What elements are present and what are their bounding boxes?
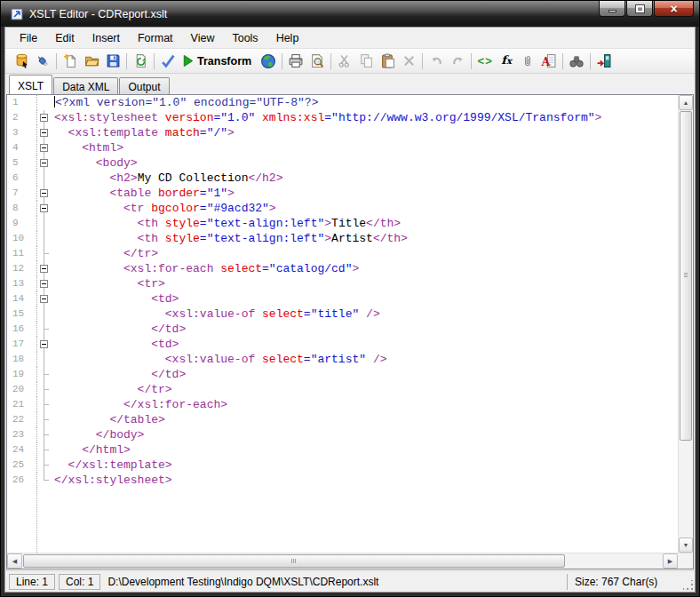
line-number: 12 bbox=[7, 261, 37, 276]
maximize-button[interactable] bbox=[626, 1, 653, 17]
close-button[interactable]: × bbox=[654, 1, 694, 17]
menu-item-view[interactable]: View bbox=[182, 29, 224, 47]
fold-collapse-box[interactable] bbox=[37, 186, 52, 201]
fold-margin bbox=[37, 231, 52, 246]
fold-collapse-box[interactable] bbox=[37, 155, 52, 171]
window-controls: × bbox=[598, 1, 694, 17]
code-line: 15 <xsl:value-of select="title" /> bbox=[7, 306, 678, 322]
horizontal-scroll-track[interactable] bbox=[566, 553, 663, 569]
fold-margin bbox=[37, 442, 52, 458]
tab-output[interactable]: Output bbox=[119, 77, 169, 94]
menu-item-insert[interactable]: Insert bbox=[84, 29, 129, 47]
status-file-path: D:\Development Testing\Indigo DQM\XSLT\C… bbox=[107, 576, 567, 588]
fold-collapse-box[interactable] bbox=[37, 276, 52, 291]
font-document-button[interactable]: A bbox=[538, 51, 560, 72]
scroll-right-button[interactable]: ▶ bbox=[663, 553, 678, 569]
fold-margin bbox=[37, 322, 52, 337]
fold-end-mark bbox=[44, 374, 49, 375]
code-text: </xsl:template> bbox=[52, 458, 678, 473]
menu-item-format[interactable]: Format bbox=[129, 29, 182, 47]
print-button[interactable] bbox=[285, 51, 306, 72]
find-binoculars-button[interactable] bbox=[566, 51, 587, 72]
resize-grip[interactable] bbox=[683, 580, 694, 591]
tab-data-xml[interactable]: Data XML bbox=[53, 77, 118, 94]
horizontal-scroll-thumb[interactable] bbox=[23, 554, 565, 568]
code-area[interactable]: 1<?xml version="1.0" encoding="UTF-8"?>2… bbox=[7, 95, 678, 553]
code-line: 19 </td> bbox=[7, 367, 678, 382]
scroll-left-button[interactable]: ◀ bbox=[7, 553, 22, 569]
fold-collapse-box[interactable] bbox=[37, 110, 52, 125]
code-line: 21 </xsl:for-each> bbox=[7, 397, 678, 412]
function-fx-button[interactable]: fx bbox=[496, 51, 517, 72]
scroll-down-button[interactable]: ▼ bbox=[679, 537, 693, 553]
app-icon bbox=[10, 7, 24, 21]
menu-item-edit[interactable]: Edit bbox=[46, 29, 84, 47]
exit-button[interactable] bbox=[593, 51, 615, 72]
plug-button[interactable] bbox=[32, 51, 53, 72]
fold-end-mark bbox=[44, 450, 49, 450]
fold-minus-icon bbox=[40, 114, 48, 122]
new-file-button[interactable] bbox=[60, 51, 81, 72]
code-text: <td> bbox=[52, 291, 678, 306]
minimize-button[interactable] bbox=[599, 1, 625, 17]
code-text: </xsl:stylesheet> bbox=[52, 473, 678, 488]
fold-collapse-box[interactable] bbox=[37, 125, 52, 140]
code-tags-button[interactable]: <> bbox=[474, 51, 496, 72]
new-file-icon bbox=[63, 53, 78, 68]
database-button[interactable] bbox=[11, 51, 32, 72]
transform-button[interactable]: Transform bbox=[179, 51, 258, 72]
save-icon bbox=[106, 53, 121, 68]
fold-collapse-box[interactable] bbox=[37, 337, 52, 352]
title-bar[interactable]: XSLT Editor - CDReport.xslt × bbox=[1, 1, 699, 27]
fold-margin bbox=[37, 412, 52, 427]
code-text: <th style="text-align:left">Artist</th> bbox=[52, 231, 678, 246]
status-size-indicator: Size: 767 Char(s) bbox=[567, 574, 682, 590]
line-number: 9 bbox=[7, 216, 37, 231]
save-button[interactable] bbox=[102, 51, 123, 72]
paste-button[interactable] bbox=[377, 51, 398, 72]
fold-collapse-box[interactable] bbox=[37, 140, 52, 155]
line-number: 22 bbox=[7, 412, 37, 427]
menu-item-help[interactable]: Help bbox=[267, 29, 308, 47]
globe-icon bbox=[260, 53, 276, 69]
code-text: <xsl:for-each select="catalog/cd"> bbox=[52, 261, 678, 276]
menu-item-tools[interactable]: Tools bbox=[223, 29, 266, 47]
vertical-scrollbar[interactable]: ▲ ▼ bbox=[678, 95, 693, 553]
paperclip-button[interactable] bbox=[517, 51, 538, 72]
open-folder-button[interactable] bbox=[81, 51, 102, 72]
code-text: </html> bbox=[52, 442, 678, 458]
code-line: 23 </body> bbox=[7, 427, 678, 442]
delete-icon bbox=[402, 54, 416, 68]
toolbar: Transform<>fxA bbox=[5, 49, 695, 74]
code-text: <th style="text-align:left">Title</th> bbox=[52, 216, 678, 231]
fold-margin bbox=[37, 95, 52, 110]
horizontal-scrollbar[interactable]: ◀ ▶ bbox=[7, 553, 693, 569]
minimize-icon bbox=[609, 10, 616, 12]
refresh-button[interactable] bbox=[130, 51, 151, 72]
menu-item-file[interactable]: File bbox=[11, 29, 46, 47]
code-line: 16 </td> bbox=[7, 322, 678, 337]
print-preview-button[interactable] bbox=[306, 51, 328, 72]
transform-label: Transform bbox=[197, 55, 251, 68]
fold-end-mark bbox=[44, 465, 49, 466]
code-line: 9 <th style="text-align:left">Title</th> bbox=[7, 216, 678, 231]
code-line: 3 <xsl:template match="/"> bbox=[7, 125, 678, 140]
fold-collapse-box[interactable] bbox=[37, 261, 52, 276]
xslt-editor[interactable]: 1<?xml version="1.0" encoding="UTF-8"?>2… bbox=[6, 94, 694, 569]
fold-margin bbox=[37, 488, 52, 553]
tab-xslt[interactable]: XSLT bbox=[9, 75, 52, 94]
code-text: </body> bbox=[52, 427, 678, 442]
fold-end-mark bbox=[44, 389, 49, 390]
fold-collapse-box[interactable] bbox=[37, 291, 52, 306]
code-line: 24 </html> bbox=[7, 442, 678, 458]
vertical-scroll-thumb[interactable] bbox=[680, 111, 692, 441]
vertical-scroll-track[interactable] bbox=[679, 442, 693, 537]
globe-button[interactable] bbox=[258, 51, 279, 72]
validate-check-button[interactable] bbox=[157, 51, 179, 72]
line-number: 3 bbox=[7, 125, 37, 140]
scroll-up-button[interactable]: ▲ bbox=[679, 95, 693, 110]
delete-button bbox=[398, 51, 419, 72]
fold-collapse-box[interactable] bbox=[37, 201, 52, 216]
code-filler bbox=[7, 488, 678, 553]
toolbar-separator bbox=[590, 53, 591, 69]
